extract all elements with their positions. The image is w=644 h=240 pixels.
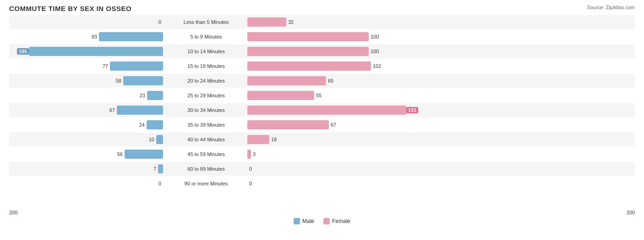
female-bar (247, 91, 314, 100)
bar-row-inner: 0 Less than 5 Minutes 32 (9, 16, 635, 28)
chart-title: COMMUTE TIME BY SEX IN OSSEO (9, 5, 635, 12)
row-label: 90 or more Minutes (165, 181, 247, 186)
left-section: 24 (9, 120, 165, 129)
legend-female: Female (323, 218, 350, 224)
male-value: 67 (101, 107, 115, 113)
bar-row-inner: 23 25 to 29 Minutes 55 (9, 89, 635, 102)
right-section: 18 (247, 135, 635, 144)
bar-row-inner: 67 30 to 34 Minutes 131 (9, 104, 635, 117)
female-bar (247, 17, 286, 27)
right-section: 3 (247, 150, 635, 159)
left-section: 0 (9, 179, 165, 188)
left-section: 195 (9, 47, 165, 56)
axis-right: 200 (627, 210, 635, 215)
male-value: 93 (83, 34, 97, 39)
female-bar (247, 120, 329, 129)
right-section: 0 (247, 179, 635, 188)
female-swatch (323, 218, 330, 224)
bar-row-inner: 0 90 or more Minutes 0 (9, 177, 635, 190)
female-value: 102 (373, 63, 387, 69)
male-value: 10 (141, 137, 154, 142)
chart-area: 0 Less than 5 Minutes 32 93 5 to 9 Minut… (9, 15, 635, 208)
bar-row: 58 20 to 24 Minutes 65 (9, 74, 635, 88)
male-bar (125, 150, 163, 159)
left-section: 10 (9, 135, 165, 144)
bar-row: 56 45 to 59 Minutes 3 (9, 147, 635, 161)
male-bar (156, 135, 163, 144)
right-section: 32 (247, 17, 635, 27)
male-value: 56 (109, 151, 123, 157)
male-bar (123, 76, 163, 85)
bar-row: 77 15 to 19 Minutes 102 (9, 59, 635, 73)
left-section: 7 (9, 164, 165, 173)
male-value: 7 (142, 166, 156, 172)
row-label: 5 to 9 Minutes (165, 34, 247, 39)
bar-row-inner: 24 35 to 39 Minutes 67 (9, 118, 635, 131)
female-value: 55 (316, 93, 330, 98)
row-label: 20 to 24 Minutes (165, 78, 247, 84)
female-value: 18 (271, 137, 285, 142)
female-bar (247, 32, 369, 41)
bar-row: 10 40 to 44 Minutes 18 (9, 133, 635, 146)
left-section: 93 (9, 32, 165, 41)
female-bar (247, 47, 369, 56)
female-bar (247, 106, 406, 115)
female-badge-value: 131 (406, 107, 418, 113)
female-value: 0 (249, 166, 263, 172)
left-section: 77 (9, 61, 165, 71)
bar-row: 24 35 to 39 Minutes 67 (9, 118, 635, 132)
male-value: 58 (108, 78, 121, 84)
bar-row: 23 25 to 29 Minutes 55 (9, 89, 635, 102)
row-label: 25 to 29 Minutes (165, 93, 247, 98)
female-bar (247, 76, 326, 85)
male-bar (29, 47, 163, 56)
male-value: 77 (94, 63, 108, 69)
male-bar (158, 164, 163, 173)
legend: Male Female (9, 218, 635, 224)
bar-row-inner: 56 45 to 59 Minutes 3 (9, 148, 635, 161)
bar-row: 0 Less than 5 Minutes 32 (9, 15, 635, 29)
bar-row-inner: 93 5 to 9 Minutes 100 (9, 30, 635, 43)
bar-row-inner: 58 20 to 24 Minutes 65 (9, 74, 635, 87)
row-label: Less than 5 Minutes (165, 19, 247, 25)
right-section: 131 (247, 106, 635, 115)
bar-row-inner: 10 40 to 44 Minutes 18 (9, 133, 635, 146)
row-label: 45 to 59 Minutes (165, 151, 247, 157)
male-bar (147, 91, 163, 100)
male-swatch (294, 218, 300, 224)
row-label: 40 to 44 Minutes (165, 137, 247, 142)
left-section: 56 (9, 150, 165, 159)
male-badge-value: 195 (17, 48, 29, 55)
left-section: 23 (9, 91, 165, 100)
left-section: 67 (9, 106, 165, 115)
male-value: 0 (147, 19, 161, 25)
row-label: 30 to 34 Minutes (165, 107, 247, 113)
legend-male: Male (294, 218, 314, 224)
left-section: 58 (9, 76, 165, 85)
bar-row: 7 60 to 89 Minutes 0 (9, 162, 635, 176)
female-value: 67 (331, 122, 344, 128)
male-label: Male (302, 218, 314, 224)
right-section: 102 (247, 61, 635, 71)
row-label: 60 to 89 Minutes (165, 166, 247, 172)
right-section: 100 (247, 32, 635, 41)
male-value: 0 (147, 181, 161, 186)
bar-row-inner: 195 10 to 14 Minutes 100 (9, 45, 635, 58)
bar-row: 195 10 to 14 Minutes 100 (9, 45, 635, 58)
right-section: 100 (247, 47, 635, 56)
axis-left: 200 (9, 210, 17, 215)
female-value: 100 (371, 34, 384, 39)
right-section: 65 (247, 76, 635, 85)
male-bar (110, 61, 163, 71)
right-section: 55 (247, 91, 635, 100)
male-value: 23 (131, 93, 145, 98)
female-bar (247, 150, 251, 159)
female-value: 0 (249, 181, 263, 186)
axis-labels: 200 200 (9, 210, 635, 215)
bar-row: 67 30 to 34 Minutes 131 (9, 103, 635, 117)
row-label: 35 to 39 Minutes (165, 122, 247, 128)
source-label: Source: ZipAtlas.com (587, 5, 635, 10)
male-bar (147, 120, 163, 129)
right-section: 0 (247, 164, 635, 173)
chart-container: COMMUTE TIME BY SEX IN OSSEO Source: Zip… (0, 0, 644, 240)
